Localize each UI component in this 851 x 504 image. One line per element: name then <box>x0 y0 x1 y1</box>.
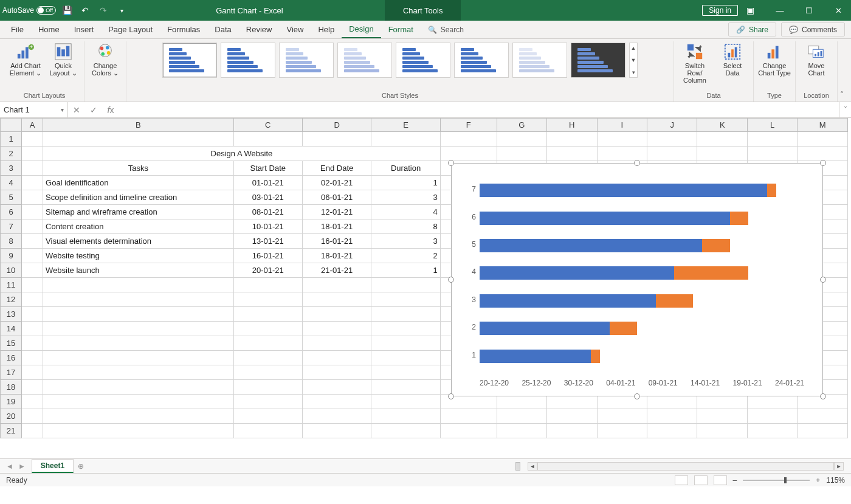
search-box[interactable]: 🔍 Search <box>428 21 726 38</box>
chart-bar-series2[interactable] <box>702 239 730 252</box>
cell[interactable] <box>647 132 697 147</box>
cell[interactable] <box>371 409 440 424</box>
cell[interactable] <box>697 132 747 147</box>
tab-data[interactable]: Data <box>207 21 238 38</box>
cell[interactable] <box>798 147 848 161</box>
cell[interactable] <box>302 278 371 292</box>
cell[interactable]: 16-01-21 <box>233 249 302 263</box>
cell[interactable] <box>497 395 546 409</box>
fx-icon[interactable]: fx <box>102 105 119 115</box>
row-header[interactable]: 9 <box>1 249 22 263</box>
row-header[interactable]: 6 <box>1 205 22 219</box>
cell[interactable]: 8 <box>371 219 440 234</box>
tab-home[interactable]: Home <box>31 21 67 38</box>
tab-formulas[interactable]: Formulas <box>160 21 207 38</box>
close-icon[interactable]: ✕ <box>828 6 849 15</box>
cell[interactable] <box>22 322 43 336</box>
cell[interactable]: Duration <box>371 161 440 176</box>
qat-more-icon[interactable]: ▾ <box>114 3 129 18</box>
save-icon[interactable]: 💾 <box>60 3 74 18</box>
chart-bar-series1[interactable] <box>480 266 674 280</box>
minimize-icon[interactable]: ― <box>770 6 790 15</box>
switch-row-column-button[interactable]: Switch Row/ Column <box>678 43 712 84</box>
chart-style-thumb[interactable] <box>454 43 509 78</box>
cell[interactable] <box>233 409 302 424</box>
undo-icon[interactable]: ↶ <box>78 3 92 18</box>
chart-style-thumb[interactable] <box>396 43 450 78</box>
row-header[interactable]: 19 <box>1 395 22 409</box>
chart-bar-series1[interactable] <box>480 294 656 308</box>
column-header[interactable]: M <box>798 119 848 132</box>
cell[interactable] <box>302 380 371 395</box>
cell[interactable] <box>798 424 848 438</box>
chart-style-thumb[interactable] <box>221 43 275 78</box>
row-header[interactable]: 16 <box>1 351 22 365</box>
cell[interactable] <box>440 424 497 438</box>
expand-formula-bar-icon[interactable]: ˅ <box>839 102 851 117</box>
row-header[interactable]: 2 <box>1 147 22 161</box>
cell[interactable]: 12-01-21 <box>302 205 371 219</box>
cell[interactable] <box>371 365 440 380</box>
normal-view-icon[interactable] <box>675 475 688 485</box>
tab-file[interactable]: File <box>4 21 31 38</box>
chart-bar-series2[interactable] <box>591 350 600 363</box>
chart-style-thumb[interactable] <box>512 43 567 78</box>
cell[interactable] <box>233 424 302 438</box>
add-chart-element-button[interactable]: + Add Chart Element ⌄ <box>9 43 43 77</box>
cell[interactable] <box>597 424 647 438</box>
sign-in-button[interactable]: Sign in <box>702 5 738 16</box>
cell[interactable] <box>547 409 597 424</box>
redo-icon[interactable]: ↷ <box>96 3 111 18</box>
resize-handle[interactable] <box>820 277 826 283</box>
autosave-switch[interactable]: Off <box>36 6 56 15</box>
cell[interactable] <box>302 424 371 438</box>
cell[interactable] <box>547 395 597 409</box>
column-header[interactable]: I <box>597 119 647 132</box>
cell[interactable] <box>647 409 697 424</box>
cell[interactable] <box>22 336 43 351</box>
column-header[interactable]: L <box>747 119 797 132</box>
cell[interactable] <box>22 176 43 190</box>
row-header[interactable]: 15 <box>1 336 22 351</box>
cell[interactable] <box>798 132 848 147</box>
row-header[interactable]: 10 <box>1 263 22 278</box>
new-sheet-button[interactable]: ⊕ <box>74 459 88 474</box>
worksheet-area[interactable]: ABCDEFGHIJKLM12Design A Website3TasksSta… <box>0 118 851 458</box>
page-break-view-icon[interactable] <box>714 475 727 485</box>
cell[interactable] <box>43 365 233 380</box>
resize-handle[interactable] <box>634 393 640 399</box>
cell[interactable]: 06-01-21 <box>302 190 371 205</box>
row-header[interactable]: 12 <box>1 292 22 307</box>
cell[interactable] <box>647 395 697 409</box>
row-header[interactable]: 1 <box>1 132 22 147</box>
cell[interactable] <box>22 409 43 424</box>
cell[interactable] <box>371 424 440 438</box>
cell[interactable] <box>22 278 43 292</box>
chart-bar-series2[interactable] <box>656 294 693 308</box>
cell[interactable] <box>497 409 546 424</box>
cell[interactable]: Content creation <box>43 219 233 234</box>
row-header[interactable]: 5 <box>1 190 22 205</box>
cell[interactable] <box>43 395 233 409</box>
cell[interactable] <box>22 307 43 322</box>
zoom-slider[interactable] <box>743 480 810 481</box>
cell[interactable] <box>43 292 233 307</box>
cell[interactable] <box>43 351 233 365</box>
chart-styles-gallery[interactable]: ▲ ▼ ▾ <box>162 41 638 78</box>
select-data-button[interactable]: Select Data <box>715 43 749 77</box>
cell[interactable] <box>22 234 43 249</box>
cell[interactable] <box>22 161 43 176</box>
chart-bar-series2[interactable] <box>610 322 638 335</box>
cell[interactable]: Start Date <box>233 161 302 176</box>
cell[interactable] <box>233 292 302 307</box>
cell[interactable]: 3 <box>371 234 440 249</box>
zoom-out-icon[interactable]: – <box>733 476 737 485</box>
cell[interactable] <box>43 409 233 424</box>
cell[interactable] <box>233 307 302 322</box>
cell[interactable] <box>302 395 371 409</box>
chart-bar-series1[interactable] <box>480 184 767 197</box>
chart-bar-series1[interactable] <box>480 350 591 363</box>
cell[interactable] <box>371 395 440 409</box>
styles-scroll[interactable]: ▲ ▼ ▾ <box>629 43 638 78</box>
chart-style-thumb[interactable] <box>162 43 217 78</box>
